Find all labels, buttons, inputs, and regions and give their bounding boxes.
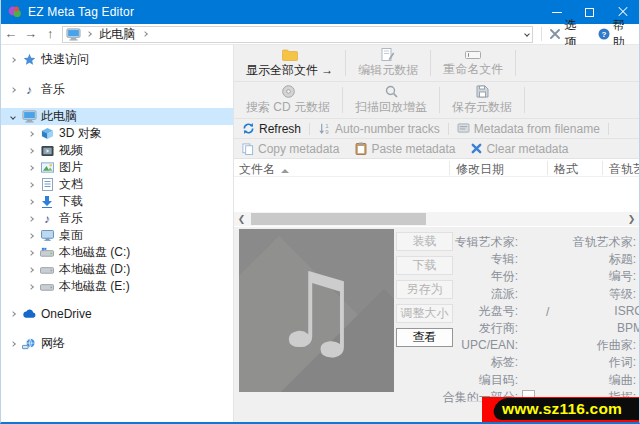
chevron-right-icon[interactable]	[28, 182, 34, 188]
metadata-from-filename-button[interactable]: Metadata from filename	[449, 119, 608, 138]
auto-number-tracks-button[interactable]: 19 Auto-number tracks	[310, 119, 448, 138]
breadcrumb-this-pc[interactable]: 此电脑	[97, 26, 137, 43]
sidebar-item-pictures[interactable]: 图片	[1, 159, 233, 176]
ad-banner[interactable]: www.sz116.com	[482, 397, 639, 422]
scan-replaygain-button[interactable]: 扫描回放增益	[343, 82, 439, 118]
column-header-filename[interactable]: 文件名	[239, 161, 289, 178]
field-label-title: 标题:	[516, 251, 636, 268]
breadcrumb-separator-icon	[86, 31, 92, 37]
breadcrumb-separator-icon	[142, 31, 148, 37]
address-box[interactable]: 此电脑	[62, 26, 533, 43]
sidebar-item-label: 下载	[59, 193, 83, 210]
copy-metadata-button[interactable]: Copy metadata	[234, 139, 347, 158]
scroll-right-arrow[interactable]: ❯	[624, 212, 639, 226]
field-label-lyricist: 作词:	[516, 354, 636, 371]
rename-box-icon	[465, 50, 481, 60]
toolbar-separator	[541, 27, 542, 41]
chevron-right-icon[interactable]	[10, 87, 16, 93]
chevron-down-icon[interactable]	[10, 114, 16, 120]
sidebar-item-3d-objects[interactable]: 3D 对象	[1, 125, 233, 142]
column-separator[interactable]	[449, 161, 450, 175]
chevron-right-icon[interactable]	[28, 284, 34, 290]
svg-text:1: 1	[325, 123, 329, 129]
sidebar-item-quick-access[interactable]: 快速访问	[1, 51, 233, 68]
sidebar-item-downloads[interactable]: 下载	[1, 193, 233, 210]
sidebar-item-label: 快速访问	[41, 51, 89, 68]
sidebar-item-drive-d[interactable]: 本地磁盘 (D:)	[1, 261, 233, 278]
sidebar-item-documents[interactable]: 文档	[1, 176, 233, 193]
address-dropdown-icon[interactable]	[525, 31, 531, 37]
chevron-right-icon[interactable]	[28, 131, 34, 137]
main-panel: 显示全部文件 → 编辑元数据 重命名文件 搜索 CD 元数据 扫	[234, 45, 639, 422]
address-toolbar: ← → ↑ 此电脑 选项 ?	[1, 24, 639, 45]
paste-metadata-button[interactable]: Paste metadata	[347, 139, 463, 158]
toolbar-row-4: Copy metadata Paste metadata Clear metad…	[234, 139, 639, 159]
scrollbar-thumb[interactable]	[251, 213, 426, 225]
chevron-right-icon[interactable]	[10, 57, 16, 63]
metadata-right-column: 音轨艺术家: 标题: 编号: 等级: ISRC BPM 作曲家: 作词: 编曲:…	[516, 234, 636, 406]
onedrive-cloud-icon	[21, 306, 37, 321]
sort-asc-icon	[281, 169, 289, 173]
chevron-right-icon[interactable]	[28, 216, 34, 222]
sidebar-item-label: 文档	[59, 176, 83, 193]
column-separator[interactable]	[547, 161, 548, 175]
chevron-right-icon[interactable]	[28, 267, 34, 273]
file-list-empty[interactable]	[234, 177, 639, 212]
search-cd-metadata-button[interactable]: 搜索 CD 元数据	[234, 82, 342, 118]
edit-metadata-button[interactable]: 编辑元数据	[346, 45, 430, 81]
chevron-right-icon[interactable]	[10, 341, 16, 347]
sidebar-item-label: 音乐	[59, 210, 83, 227]
field-label-catalog: 编目码:	[234, 372, 518, 389]
paste-clipboard-icon	[355, 142, 367, 155]
scroll-left-arrow[interactable]: ❮	[234, 212, 249, 226]
save-icon	[476, 85, 489, 98]
sidebar-item-desktop[interactable]: 桌面	[1, 227, 233, 244]
sidebar-item-videos[interactable]: 视频	[1, 142, 233, 159]
field-label-bpm: BPM	[516, 320, 640, 337]
chevron-right-icon[interactable]	[28, 199, 34, 205]
chevron-right-icon[interactable]	[28, 233, 34, 239]
chevron-right-icon[interactable]	[10, 311, 16, 317]
chevron-right-icon[interactable]	[28, 250, 34, 256]
tools-x-icon	[549, 28, 561, 40]
column-header-format[interactable]: 格式	[554, 161, 578, 178]
sidebar-item-label: 视频	[59, 142, 83, 159]
sidebar-item-label: OneDrive	[41, 307, 92, 321]
chevron-right-icon[interactable]	[28, 165, 34, 171]
field-label-track-artist: 音轨艺术家:	[516, 234, 636, 251]
horizontal-scrollbar[interactable]: ❮ ❯	[234, 212, 639, 226]
edit-page-icon	[381, 48, 395, 61]
chevron-right-icon[interactable]	[28, 148, 34, 154]
sidebar-item-drive-e[interactable]: 本地磁盘 (E:)	[1, 278, 233, 295]
clear-metadata-button[interactable]: Clear metadata	[463, 139, 576, 158]
field-label-album-artist: 专辑艺术家:	[234, 234, 518, 251]
sidebar-item-network[interactable]: 网络	[1, 335, 233, 352]
numbering-icon: 19	[318, 122, 331, 135]
refresh-button[interactable]: Refresh	[234, 119, 309, 138]
sidebar-item-music-top[interactable]: ♪ 音乐	[1, 81, 233, 98]
toolbar-row-3: Refresh 19 Auto-number tracks Metadata f…	[234, 119, 639, 139]
show-all-files-button[interactable]: 显示全部文件 →	[234, 45, 345, 81]
document-icon	[39, 177, 55, 192]
filename-tag-icon	[457, 123, 470, 134]
sidebar-item-label: 此电脑	[41, 108, 77, 125]
field-label-album: 专辑:	[234, 251, 518, 268]
refresh-icon	[242, 122, 255, 135]
sidebar-item-label: 音乐	[41, 81, 65, 98]
sidebar-item-label: 桌面	[59, 227, 83, 244]
column-separator[interactable]	[602, 161, 603, 175]
sidebar-item-music[interactable]: ♪ 音乐	[1, 210, 233, 227]
save-metadata-button[interactable]: 保存元数据	[440, 82, 524, 118]
up-button[interactable]: ↑	[40, 25, 60, 43]
forward-button[interactable]: →	[21, 25, 41, 43]
column-header-track-artist[interactable]: 音轨艺	[609, 161, 640, 178]
sidebar-item-drive-c[interactable]: 本地磁盘 (C:)	[1, 244, 233, 261]
sidebar-item-label: 图片	[59, 159, 83, 176]
sidebar-item-onedrive[interactable]: OneDrive	[1, 305, 233, 322]
field-label-disc-number: 光盘号:	[234, 303, 518, 320]
column-header-date-modified[interactable]: 修改日期	[456, 161, 504, 178]
sidebar-item-this-pc[interactable]: 此电脑	[1, 108, 233, 125]
folder-icon	[282, 49, 298, 61]
rename-files-button[interactable]: 重命名文件	[431, 45, 515, 81]
back-button[interactable]: ←	[1, 25, 21, 43]
